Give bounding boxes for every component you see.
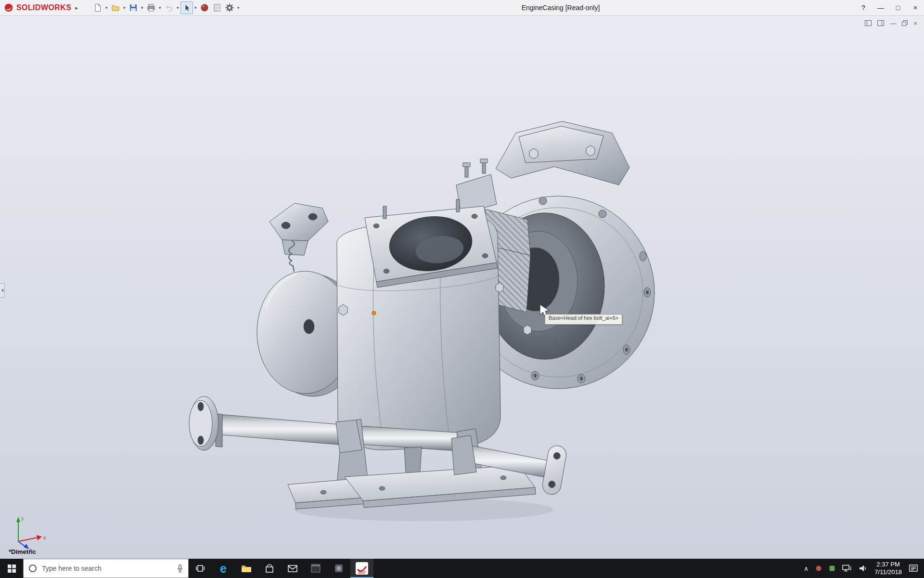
- task-view-button[interactable]: [189, 559, 212, 578]
- solidworks-window: SOLIDWORKS ▸ ▾ ▾: [0, 0, 924, 578]
- volume-tray-button[interactable]: [855, 559, 871, 578]
- window-controls: ? — □ ×: [855, 0, 924, 15]
- task-view-icon: [195, 564, 205, 573]
- clock-time: 2:37 PM: [876, 561, 899, 568]
- close-button[interactable]: ×: [907, 0, 924, 15]
- file-properties-icon: [213, 3, 221, 12]
- tray-app-icon-1[interactable]: [812, 559, 825, 578]
- app-generic-button[interactable]: [327, 559, 350, 578]
- new-document-button[interactable]: [91, 1, 104, 14]
- print-button[interactable]: [145, 1, 157, 14]
- select-button[interactable]: [180, 1, 193, 14]
- featuremanager-flyout-tab[interactable]: [0, 283, 5, 298]
- save-icon: [129, 3, 138, 12]
- save-caret[interactable]: ▾: [140, 5, 145, 10]
- component-tooltip: Base<Head of hex bolt_ai<6>: [545, 314, 622, 325]
- taskbar-search-box[interactable]: [23, 559, 189, 578]
- selection-point[interactable]: [372, 311, 376, 315]
- print-icon: [147, 3, 155, 12]
- file-properties-button[interactable]: [211, 1, 223, 14]
- solidworks-taskbar-button[interactable]: 2017: [350, 559, 373, 578]
- edge-icon: e: [220, 563, 227, 575]
- orientation-triad: y x z: [11, 512, 51, 553]
- solidworks-app-icon: 2017: [356, 562, 368, 575]
- cortana-icon: [28, 564, 37, 573]
- solidworks-logo: SOLIDWORKS: [0, 3, 74, 13]
- housing-top-bracket[interactable]: [496, 121, 629, 185]
- action-center-button[interactable]: [906, 559, 921, 578]
- brand-text: SOLIDWORKS: [16, 3, 71, 12]
- undo-caret[interactable]: ▾: [175, 5, 180, 10]
- document-close-button[interactable]: ×: [913, 19, 917, 27]
- app-generic-icon: [334, 564, 344, 573]
- gear-icon: [225, 3, 234, 12]
- view-orientation-label: *Dimetric: [9, 548, 36, 555]
- store-bag-icon: [265, 564, 274, 573]
- graphics-viewport[interactable]: — × Base<Head of hex bolt_ai<6> y x z *D…: [0, 15, 924, 559]
- solidworks-version-badge: 2017: [356, 571, 368, 574]
- document-pane-right-button[interactable]: [877, 19, 884, 27]
- document-window-controls: — ×: [865, 19, 917, 27]
- triad-x-label: x: [43, 535, 46, 540]
- minimize-button[interactable]: —: [872, 0, 889, 15]
- print-caret[interactable]: ▾: [157, 5, 163, 10]
- left-axle-shaft[interactable]: [189, 396, 345, 450]
- open-button[interactable]: [109, 1, 122, 14]
- taskbar: e: [0, 559, 924, 578]
- start-button[interactable]: [0, 559, 23, 578]
- pane-left-icon: [865, 20, 872, 26]
- search-input[interactable]: [41, 564, 173, 573]
- triad-y-label: y: [21, 516, 24, 521]
- speaker-icon: [859, 565, 867, 572]
- system-tray: ∧ 2:37 PM 7/11/2018: [800, 559, 924, 578]
- select-caret[interactable]: ▾: [193, 5, 198, 10]
- document-restore-button[interactable]: [902, 19, 908, 27]
- restore-icon: [902, 20, 908, 26]
- document-pane-left-button[interactable]: [865, 19, 872, 27]
- save-button[interactable]: [127, 1, 140, 14]
- appearance-sphere-icon: [200, 3, 209, 12]
- document-minimize-button[interactable]: —: [890, 19, 896, 27]
- tray-app-icon-2[interactable]: [825, 559, 839, 578]
- dassault-swirl-icon: [4, 3, 13, 13]
- window-title: EngineCasing [Read-only]: [491, 0, 630, 15]
- windows-logo-icon: [8, 565, 16, 573]
- select-cursor-icon: [182, 3, 191, 12]
- mail-envelope-icon: [288, 565, 297, 572]
- title-bar: SOLIDWORKS ▸ ▾ ▾: [0, 0, 924, 16]
- new-document-icon: [93, 3, 102, 12]
- action-center-icon: [909, 564, 918, 573]
- network-tray-button[interactable]: [839, 559, 855, 578]
- options-button[interactable]: [223, 1, 236, 14]
- pane-right-icon: [877, 20, 884, 26]
- appearance-button[interactable]: [198, 1, 211, 14]
- maximize-button[interactable]: □: [889, 0, 907, 15]
- mail-button[interactable]: [281, 559, 304, 578]
- new-document-caret[interactable]: ▾: [104, 5, 109, 10]
- menu-expand-arrow[interactable]: ▸: [75, 5, 78, 11]
- open-folder-icon: [111, 3, 120, 12]
- quick-access-toolbar: ▾ ▾ ▾: [91, 1, 241, 14]
- taskbar-clock[interactable]: 2:37 PM 7/11/2018: [871, 559, 906, 578]
- engine-casing-model[interactable]: [0, 15, 924, 559]
- store-button[interactable]: [258, 559, 281, 578]
- undo-icon: [165, 3, 173, 12]
- app-window-icon: [311, 564, 321, 573]
- microphone-icon[interactable]: [177, 564, 183, 573]
- open-caret[interactable]: ▾: [122, 5, 127, 10]
- tray-chevron-button[interactable]: ∧: [800, 559, 812, 578]
- help-button[interactable]: ?: [855, 0, 872, 15]
- options-caret[interactable]: ▾: [236, 5, 241, 10]
- app-window-button[interactable]: [304, 559, 327, 578]
- left-mount-bracket[interactable]: [270, 203, 328, 272]
- edge-button[interactable]: e: [212, 559, 235, 578]
- upper-mount-bracket[interactable]: [456, 159, 497, 214]
- chevron-left-icon: [1, 289, 4, 292]
- network-icon: [842, 565, 852, 572]
- undo-button[interactable]: [163, 1, 175, 14]
- file-explorer-button[interactable]: [235, 559, 258, 578]
- clock-date: 7/11/2018: [874, 568, 902, 576]
- folder-icon: [241, 564, 252, 573]
